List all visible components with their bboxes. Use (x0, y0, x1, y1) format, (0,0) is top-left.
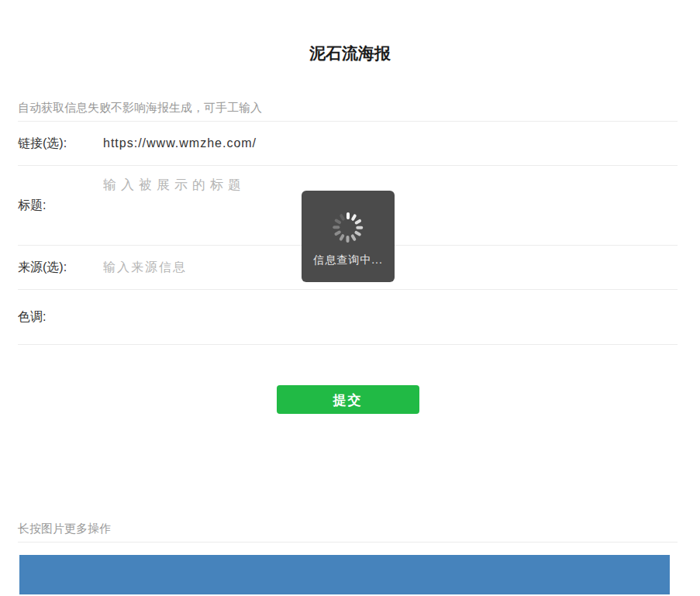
link-input[interactable] (103, 136, 678, 150)
form-row-tone: 色调: (18, 290, 678, 345)
submit-area: 提交 (18, 345, 678, 414)
link-field-label: 链接(选): (18, 136, 103, 152)
form-row-link: 链接(选): (18, 122, 678, 166)
poster-generator-page: { "page": { "title": "泥石流海报", "hint": "自… (0, 0, 700, 596)
submit-button[interactable]: 提交 (277, 385, 419, 414)
auto-fetch-hint: 自动获取信息失败不影响海报生成，可手工输入 (18, 102, 678, 122)
title-field-label: 标题: (18, 198, 103, 214)
tone-field-label: 色调: (18, 309, 103, 326)
long-press-hint: 长按图片更多操作 (18, 522, 678, 543)
form-container: 自动获取信息失败不影响海报生成，可手工输入 链接(选): 标题: 来源(选): … (18, 102, 678, 594)
loading-toast: 信息查询中... (302, 191, 395, 282)
poster-preview-image[interactable] (19, 555, 670, 594)
toast-message: 信息查询中... (313, 254, 383, 266)
loading-spinner-icon (329, 208, 367, 246)
page-title: 泥石流海报 (0, 44, 700, 63)
source-field-label: 来源(选): (18, 260, 103, 276)
